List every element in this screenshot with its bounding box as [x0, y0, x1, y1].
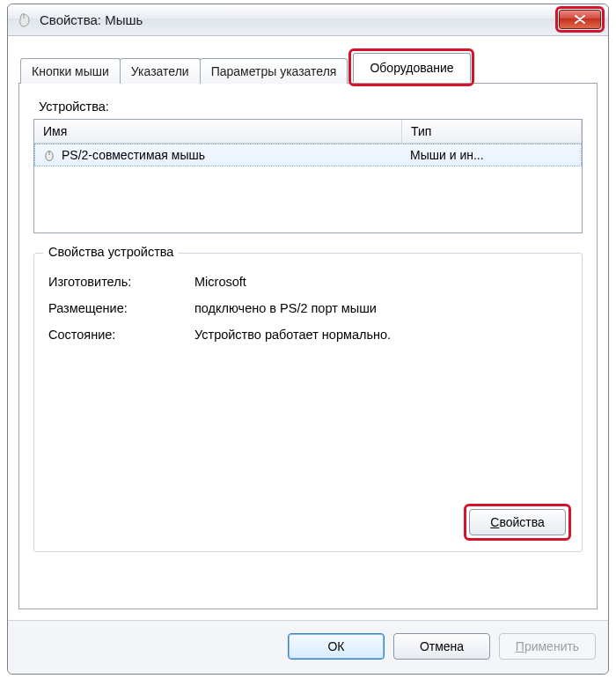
- dialog-content: Кнопки мыши Указатели Параметры указател…: [8, 36, 608, 620]
- devices-listview[interactable]: Имя Тип PS/2-совместимая мышь Мыши и и: [33, 119, 583, 233]
- properties-button[interactable]: Свойства: [469, 509, 566, 535]
- window-title: Свойства: Мышь: [40, 12, 555, 27]
- manufacturer-label: Изготовитель:: [48, 275, 194, 289]
- tab-panel-hardware: Устройства: Имя Тип PS/2-совмест: [18, 83, 598, 609]
- properties-button-highlight: Свойства: [464, 504, 571, 541]
- column-header-name[interactable]: Имя: [34, 120, 402, 143]
- hardware-tab-highlight: Оборудование: [348, 48, 473, 86]
- tabstrip: Кнопки мыши Указатели Параметры указател…: [18, 48, 598, 83]
- tab-buttons[interactable]: Кнопки мыши: [20, 58, 121, 84]
- manufacturer-value: Microsoft: [194, 275, 568, 289]
- mouse-properties-window: Свойства: Мышь Кнопки мыши Указатели Пар…: [7, 4, 609, 675]
- ok-button[interactable]: ОК: [288, 633, 385, 660]
- location-label: Размещение:: [48, 301, 194, 315]
- mouse-icon: [17, 12, 33, 28]
- apply-button[interactable]: Применить: [499, 633, 596, 660]
- column-header-type[interactable]: Тип: [402, 120, 582, 143]
- tab-hardware[interactable]: Оборудование: [353, 53, 470, 82]
- status-label: Состояние:: [48, 328, 194, 342]
- device-row-name-cell: PS/2-совместимая мышь: [35, 148, 403, 162]
- group-title: Свойства устройства: [43, 245, 179, 259]
- close-button[interactable]: [559, 10, 601, 29]
- location-value: подключено в PS/2 порт мыши: [194, 301, 568, 315]
- devices-label: Устройства:: [39, 100, 583, 114]
- device-row-type: Мыши и ин...: [403, 148, 581, 162]
- close-highlight: [555, 6, 605, 33]
- cancel-button[interactable]: Отмена: [393, 633, 490, 660]
- tab-pointer-options[interactable]: Параметры указателя: [200, 58, 348, 84]
- device-properties-group: Свойства устройства Изготовитель: Micros…: [33, 253, 583, 552]
- device-row[interactable]: PS/2-совместимая мышь Мыши и ин...: [34, 144, 582, 166]
- status-value: Устройство работает нормально.: [194, 328, 568, 342]
- dialog-footer: ОК Отмена Применить: [8, 620, 608, 674]
- device-mouse-icon: [42, 148, 56, 162]
- titlebar[interactable]: Свойства: Мышь: [8, 4, 608, 36]
- tab-pointers[interactable]: Указатели: [120, 58, 201, 84]
- listview-header: Имя Тип: [34, 120, 582, 144]
- device-row-name: PS/2-совместимая мышь: [62, 148, 205, 162]
